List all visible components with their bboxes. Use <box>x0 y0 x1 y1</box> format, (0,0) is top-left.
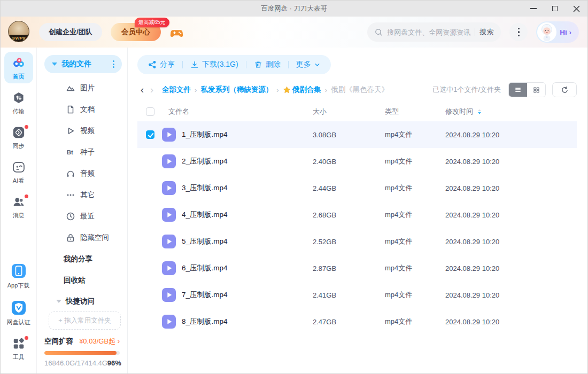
main-panel: 分享 下载(3.1G) 删除 更多 ‹ <box>128 48 587 373</box>
my-files-menu-icon[interactable] <box>111 59 117 69</box>
sidebar-item-recent[interactable]: 最近 <box>44 206 122 227</box>
user-logo[interactable]: SVIP8 <box>8 21 30 43</box>
list-view-button[interactable] <box>509 83 527 97</box>
notification-dot <box>25 336 28 340</box>
more-button[interactable]: 更多 <box>296 60 320 69</box>
rail-item-app-download[interactable]: App下载 <box>4 260 33 292</box>
view-toggle <box>508 82 546 97</box>
grid-view-button[interactable] <box>527 83 545 97</box>
file-name: 5_压制版.mp4 <box>182 237 228 246</box>
close-icon <box>573 5 580 12</box>
favorite-folder-dropzone[interactable]: + 拖入常用文件夹 <box>49 311 121 330</box>
share-button[interactable]: 分享 <box>148 60 175 69</box>
file-size: 3.08GB <box>313 131 385 139</box>
my-files-label: 我的文件 <box>61 59 106 69</box>
toolbar-divider <box>288 61 289 68</box>
column-header-type[interactable]: 类型 <box>385 107 445 116</box>
column-header-name[interactable]: 文件名 <box>162 107 313 116</box>
refresh-button[interactable] <box>552 82 577 97</box>
user-avatar-icon <box>537 22 556 42</box>
nav-back-button[interactable]: ‹ <box>137 85 147 95</box>
file-name: 8_压制版.mp4 <box>182 317 228 326</box>
delete-button[interactable]: 删除 <box>254 60 281 69</box>
quick-access-header[interactable]: 快捷访问 <box>44 291 122 311</box>
file-name: 7_压制版.mp4 <box>182 290 228 300</box>
sidebar-item-video[interactable]: 视频 <box>44 120 122 142</box>
file-time: 2024.08.29 10:20 <box>445 211 577 219</box>
file-type: mp4文件 <box>385 183 445 193</box>
file-row[interactable]: 1_压制版.mp4 3.08GB mp4文件 2024.08.29 10:20 <box>137 121 577 148</box>
sidebar-link-1[interactable]: 回收站 <box>44 270 122 291</box>
grid-view-icon <box>532 86 540 94</box>
rail-item-verify[interactable]: 网盘认证 <box>4 297 33 329</box>
other-icon <box>66 190 75 200</box>
create-team-button[interactable]: 创建企业/团队 <box>39 23 102 41</box>
home-icon <box>12 56 26 72</box>
image-icon <box>66 83 75 93</box>
rail-item-message[interactable]: 消息 <box>4 192 33 222</box>
row-checkbox[interactable] <box>146 130 154 139</box>
sidebar-item-image[interactable]: 图片 <box>44 77 122 99</box>
file-type: mp4文件 <box>385 237 445 246</box>
rail-item-home[interactable]: 首页 <box>4 52 33 83</box>
storage-price-link[interactable]: ¥0.03/GB起 › <box>79 337 120 346</box>
torrent-icon: Bt <box>66 147 75 157</box>
game-center-button[interactable] <box>169 25 184 40</box>
file-row[interactable]: 6_压制版.mp4 2.87GB mp4文件 2024.08.29 10:20 <box>137 255 577 282</box>
rail-item-tools[interactable]: 工具 <box>4 333 33 364</box>
app-window: 百度网盘 · 刀刀大表哥 SVIP8 创建企业/团队 会员中心 最高减65元 <box>0 0 588 374</box>
sidebar-item-document[interactable]: 文档 <box>44 99 122 120</box>
file-time: 2024.08.29 10:20 <box>445 318 577 326</box>
maximize-button[interactable] <box>551 5 559 12</box>
file-size: 2.87GB <box>313 264 385 272</box>
column-header-time[interactable]: 修改时间 <box>445 107 577 116</box>
svg-text:Bt: Bt <box>67 149 73 155</box>
breadcrumb-item[interactable]: 全部文件 <box>162 85 191 95</box>
file-row[interactable]: 3_压制版.mp4 2.44GB mp4文件 2024.08.29 10:20 <box>137 175 577 201</box>
breadcrumb-separator: › <box>195 86 197 94</box>
ai-view-icon <box>12 161 25 176</box>
toolbar-divider <box>182 61 183 68</box>
category-list: 图片 文档 视频 Bt 种子 音频 其它 最近 隐藏空间 <box>44 77 122 248</box>
download-button[interactable]: 下载(3.1G) <box>190 60 238 69</box>
breadcrumb-item[interactable]: 俄剧合集 <box>283 85 321 95</box>
file-row[interactable]: 5_压制版.mp4 2.52GB mp4文件 2024.08.29 10:20 <box>137 228 577 255</box>
sidebar-item-audio[interactable]: 音频 <box>44 163 122 184</box>
star-icon <box>283 86 291 94</box>
file-row[interactable]: 8_压制版.mp4 2.47GB mp4文件 2024.08.29 10:20 <box>137 308 577 335</box>
sidebar-item-other[interactable]: 其它 <box>44 184 122 206</box>
column-header-size[interactable]: 大小 <box>313 107 385 116</box>
recent-icon <box>66 212 75 221</box>
nav-forward-button[interactable]: › <box>147 85 157 95</box>
sidebar-item-torrent[interactable]: Bt 种子 <box>44 142 122 163</box>
breadcrumb-item: 俄剧《黑色春天》 <box>331 85 389 95</box>
breadcrumb-item[interactable]: 私发系列（稀缺资源） <box>200 85 273 95</box>
close-button[interactable] <box>572 5 580 12</box>
file-time: 2024.08.29 10:20 <box>445 131 577 139</box>
file-row[interactable]: 7_压制版.mp4 2.41GB mp4文件 2024.08.29 10:20 <box>137 282 577 308</box>
minimize-button[interactable] <box>530 5 537 12</box>
video-file-icon <box>162 315 176 329</box>
rail-item-sync[interactable]: 同步 <box>4 122 33 153</box>
file-row[interactable]: 4_压制版.mp4 2.68GB mp4文件 2024.08.29 10:20 <box>137 201 577 228</box>
sidebar-link-0[interactable]: 我的分享 <box>44 248 122 270</box>
search-input[interactable] <box>387 28 470 36</box>
breadcrumb-row: ‹ › 全部文件›私发系列（稀缺资源）›俄剧合集›俄剧《黑色春天》 已选中1个文… <box>137 82 577 98</box>
notification-dot <box>25 194 28 198</box>
file-type: mp4文件 <box>385 290 445 300</box>
more-menu-button[interactable] <box>509 23 528 41</box>
document-icon <box>66 105 75 114</box>
quick-access-label: 快捷访问 <box>66 297 95 306</box>
rail-item-ai-view[interactable]: AI看 <box>4 157 33 188</box>
file-row[interactable]: 2_压制版.mp4 2.40GB mp4文件 2024.08.29 10:20 <box>137 148 577 175</box>
sidebar-item-hidden-space[interactable]: 隐藏空间 <box>44 227 122 248</box>
sidebar-item-my-files[interactable]: 我的文件 <box>44 55 122 73</box>
search-button[interactable]: 搜索 <box>479 27 493 37</box>
minimize-icon <box>530 8 537 9</box>
user-account-button[interactable]: Hi › <box>536 21 579 43</box>
link-list: 我的分享回收站 <box>44 248 122 291</box>
storage-usage-text: 16846.0G/17414.4G96% <box>44 359 120 367</box>
file-name: 1_压制版.mp4 <box>182 130 228 139</box>
select-all-checkbox[interactable] <box>146 107 154 116</box>
rail-item-transfer[interactable]: 传输 <box>4 88 33 118</box>
